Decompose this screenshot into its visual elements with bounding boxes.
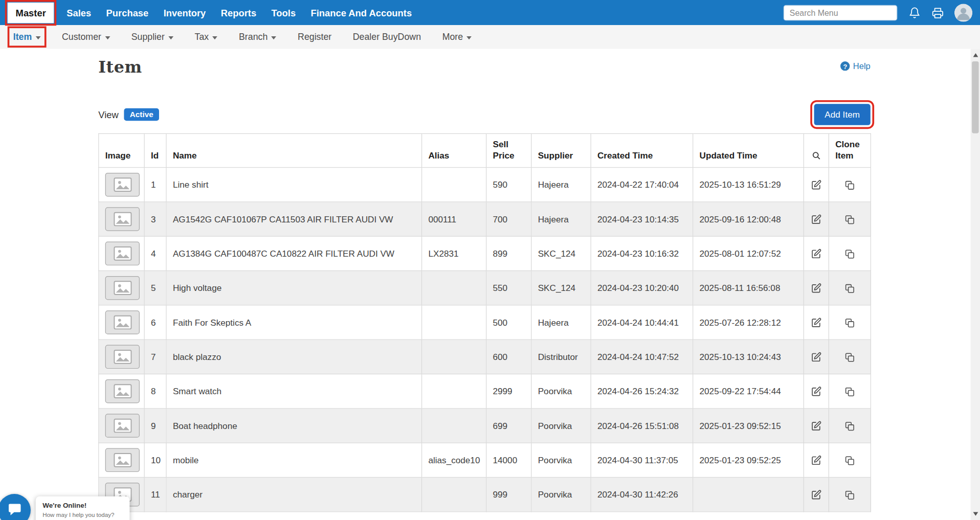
- cell-edit: [804, 271, 829, 305]
- table-row: 4 AG1384G CAF100487C CA10822 AIR FILTER …: [99, 236, 871, 270]
- table-header-row: Image Id Name Alias Sell Price Supplier …: [99, 133, 871, 167]
- cell-created-time: 2024-04-22 17:40:04: [591, 168, 693, 202]
- cell-clone: [829, 168, 871, 202]
- edit-icon[interactable]: [811, 352, 821, 363]
- cell-edit: [804, 236, 829, 270]
- header-sell-price: Sell Price: [486, 133, 531, 167]
- cell-edit: [804, 168, 829, 202]
- cell-updated-time: 2025-10-13 16:51:29: [693, 168, 804, 202]
- nav-tools[interactable]: Tools: [264, 7, 303, 18]
- clone-icon[interactable]: [845, 249, 855, 259]
- header-name: Name: [166, 133, 422, 167]
- cell-id: 4: [144, 236, 166, 270]
- user-avatar[interactable]: [954, 4, 973, 22]
- edit-icon[interactable]: [811, 489, 821, 500]
- help-link[interactable]: ? Help: [840, 61, 870, 71]
- cell-clone: [829, 409, 871, 443]
- clone-icon[interactable]: [845, 490, 855, 500]
- master-submenu: Item Customer Supplier Tax Branch Regist…: [0, 25, 980, 49]
- clone-icon[interactable]: [845, 180, 855, 190]
- header-updated-time: Updated Time: [693, 133, 804, 167]
- item-table: Image Id Name Alias Sell Price Supplier …: [98, 133, 871, 512]
- edit-icon[interactable]: [811, 318, 821, 328]
- clone-icon[interactable]: [845, 456, 855, 466]
- table-row: 1 Line shirt 590 Hajeera 2024-04-22 17:4…: [99, 168, 871, 202]
- header-alias: Alias: [422, 133, 486, 167]
- cell-supplier: Poorvika: [531, 374, 591, 409]
- subnav-more[interactable]: More: [442, 32, 472, 42]
- page-title: Item: [98, 58, 871, 77]
- scrollbar-thumb[interactable]: [972, 61, 978, 133]
- search-menu-input[interactable]: [784, 5, 898, 20]
- vertical-scrollbar[interactable]: [971, 49, 980, 520]
- item-image-placeholder: [105, 207, 140, 231]
- edit-icon[interactable]: [811, 214, 821, 225]
- view-active-badge[interactable]: Active: [124, 108, 159, 121]
- table-row: 11 charger 999 Poorvika 2024-04-30 11:42…: [99, 478, 871, 512]
- print-icon[interactable]: [931, 6, 944, 18]
- clone-icon[interactable]: [845, 214, 855, 224]
- cell-id: 8: [144, 374, 166, 409]
- cell-supplier: Hajeera: [531, 305, 591, 340]
- cell-supplier: Poorvika: [531, 443, 591, 477]
- subnav-branch[interactable]: Branch: [239, 32, 276, 42]
- cell-id: 1: [144, 168, 166, 202]
- scrollbar-down-arrow-icon[interactable]: [971, 509, 980, 519]
- chevron-down-icon: [36, 36, 41, 39]
- cell-alias: 000111: [422, 202, 486, 236]
- nav-inventory[interactable]: Inventory: [156, 7, 213, 18]
- app-window: Master Sales Purchase Inventory Reports …: [0, 0, 980, 520]
- add-item-button[interactable]: Add Item: [814, 104, 871, 125]
- cell-edit: [804, 202, 829, 236]
- cell-clone: [829, 340, 871, 374]
- edit-icon[interactable]: [811, 455, 821, 466]
- cell-sell-price: 700: [486, 202, 531, 236]
- nav-finance-and-accounts[interactable]: Finance And Accounts: [303, 7, 419, 18]
- clone-icon[interactable]: [845, 283, 855, 293]
- clone-icon[interactable]: [845, 318, 855, 328]
- cell-id: 11: [144, 478, 166, 512]
- notifications-bell-icon[interactable]: [908, 6, 920, 18]
- cell-supplier: Poorvika: [531, 478, 591, 512]
- edit-icon[interactable]: [811, 386, 821, 397]
- edit-icon[interactable]: [811, 179, 821, 190]
- item-image-placeholder: [105, 414, 140, 438]
- clone-icon[interactable]: [845, 352, 855, 363]
- nav-sales[interactable]: Sales: [59, 7, 99, 18]
- search-icon[interactable]: [812, 151, 821, 160]
- edit-icon[interactable]: [811, 248, 821, 259]
- cell-clone: [829, 443, 871, 477]
- item-table-body: 1 Line shirt 590 Hajeera 2024-04-22 17:4…: [99, 168, 871, 512]
- cell-sell-price: 999: [486, 478, 531, 512]
- chat-widget-button[interactable]: [0, 494, 31, 520]
- chat-status-popup[interactable]: We're Online! How may I help you today?: [36, 496, 130, 520]
- nav-reports[interactable]: Reports: [213, 7, 264, 18]
- subnav-customer[interactable]: Customer: [62, 32, 110, 42]
- cell-name: Boat headphone: [166, 409, 422, 443]
- item-image-placeholder: [105, 242, 140, 266]
- cell-supplier: Hajeera: [531, 202, 591, 236]
- item-image-placeholder: [105, 345, 140, 369]
- header-clone-item: Clone Item: [829, 133, 871, 167]
- scrollbar-up-arrow-icon[interactable]: [971, 50, 980, 60]
- cell-updated-time: 2025-09-16 12:00:48: [693, 202, 804, 236]
- help-label: Help: [853, 61, 871, 71]
- edit-icon[interactable]: [811, 421, 821, 432]
- item-image-placeholder: [105, 379, 140, 403]
- subnav-tax[interactable]: Tax: [195, 32, 218, 42]
- cell-created-time: 2024-04-24 10:44:41: [591, 305, 693, 340]
- nav-purchase[interactable]: Purchase: [99, 7, 156, 18]
- subnav-item[interactable]: Item: [13, 32, 41, 42]
- subnav-dealer-buydown[interactable]: Dealer BuyDown: [353, 32, 421, 42]
- header-created-time: Created Time: [591, 133, 693, 167]
- cell-alias: [422, 374, 486, 409]
- subnav-tax-label: Tax: [195, 32, 209, 42]
- clone-icon[interactable]: [845, 421, 855, 432]
- subnav-supplier[interactable]: Supplier: [131, 32, 173, 42]
- edit-icon[interactable]: [811, 283, 821, 293]
- cell-supplier: Distributor: [531, 340, 591, 374]
- clone-icon[interactable]: [845, 387, 855, 397]
- subnav-register[interactable]: Register: [298, 32, 331, 42]
- nav-master[interactable]: Master: [8, 2, 54, 22]
- chat-status-subtitle: How may I help you today?: [42, 511, 123, 518]
